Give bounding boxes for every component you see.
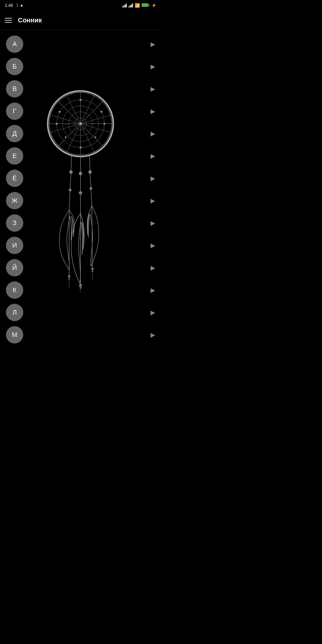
letter-circle-v: В bbox=[6, 80, 23, 97]
alphabet-list: АБВГДЕЁЖЗИЙКЛМ bbox=[0, 30, 161, 349]
status-bar: 1:46 ☽ ● 📶 ⚡ bbox=[0, 0, 161, 11]
arrow-icon-v bbox=[151, 85, 155, 92]
alphabet-item-zh[interactable]: Ж bbox=[0, 189, 161, 212]
alphabet-item-m[interactable]: М bbox=[0, 323, 161, 346]
charging-icon: ⚡ bbox=[152, 3, 156, 7]
content-area: АБВГДЕЁЖЗИЙКЛМ bbox=[0, 30, 161, 349]
letter-circle-g: Г bbox=[6, 103, 23, 120]
letter-circle-yo: Ё bbox=[6, 170, 23, 187]
page-title: Сонник bbox=[18, 16, 42, 24]
wifi-icon: 📶 bbox=[135, 3, 140, 8]
moon-icon: ☽ bbox=[15, 3, 18, 8]
alphabet-item-k[interactable]: К bbox=[0, 279, 161, 301]
arrow-icon-zh bbox=[151, 197, 155, 204]
arrow-icon-j bbox=[151, 264, 155, 271]
arrow-icon-l bbox=[151, 309, 155, 316]
letter-circle-k: К bbox=[6, 281, 23, 299]
alphabet-item-e[interactable]: Е bbox=[0, 145, 161, 167]
arrow-icon-yo bbox=[151, 175, 155, 182]
letter-circle-a: А bbox=[6, 35, 23, 53]
letter-circle-j: Й bbox=[6, 259, 23, 276]
arrow-icon-k bbox=[151, 287, 155, 294]
alphabet-item-l[interactable]: Л bbox=[0, 301, 161, 323]
alphabet-item-j[interactable]: Й bbox=[0, 256, 161, 279]
alphabet-item-b[interactable]: Б bbox=[0, 55, 161, 78]
alphabet-item-yo[interactable]: Ё bbox=[0, 167, 161, 189]
signal2-icon bbox=[129, 3, 133, 7]
letter-circle-z: З bbox=[6, 214, 23, 232]
arrow-icon-m bbox=[151, 331, 155, 338]
letter-circle-d: Д bbox=[6, 125, 23, 142]
alphabet-item-g[interactable]: Г bbox=[0, 100, 161, 122]
letter-circle-l: Л bbox=[6, 304, 23, 321]
circle-icon: ● bbox=[20, 3, 23, 8]
letter-circle-i: И bbox=[6, 237, 23, 254]
arrow-icon-i bbox=[151, 242, 155, 249]
arrow-icon-z bbox=[151, 219, 155, 227]
alphabet-item-i[interactable]: И bbox=[0, 234, 161, 256]
letter-circle-b: Б bbox=[6, 58, 23, 75]
letter-circle-zh: Ж bbox=[6, 192, 23, 209]
arrow-icon-d bbox=[151, 130, 155, 137]
alphabet-item-v[interactable]: В bbox=[0, 78, 161, 100]
arrow-icon-e bbox=[151, 152, 155, 160]
alphabet-item-a[interactable]: А bbox=[0, 33, 161, 55]
arrow-icon-a bbox=[151, 41, 155, 48]
battery-display bbox=[142, 3, 148, 8]
toolbar: Сонник bbox=[0, 11, 161, 30]
letter-circle-m: М bbox=[6, 326, 23, 343]
arrow-icon-b bbox=[151, 63, 155, 70]
letter-circle-e: Е bbox=[6, 147, 23, 165]
signal-icon bbox=[122, 3, 127, 7]
time-display: 1:46 bbox=[5, 3, 13, 8]
alphabet-item-z[interactable]: З bbox=[0, 212, 161, 234]
menu-button[interactable] bbox=[5, 18, 12, 23]
arrow-icon-g bbox=[151, 108, 155, 115]
alphabet-item-d[interactable]: Д bbox=[0, 122, 161, 145]
